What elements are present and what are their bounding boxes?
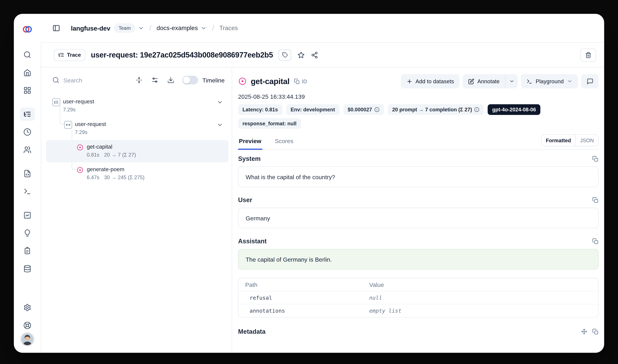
rail-tracing-icon[interactable] <box>20 107 35 121</box>
playground-button[interactable]: Playground <box>521 74 578 88</box>
rail-sessions-icon[interactable] <box>20 125 35 139</box>
rail-evaluators-icon[interactable] <box>20 244 35 258</box>
node-duration: 6.47s <box>87 173 99 182</box>
tree-row-generation-selected[interactable]: get-capital 0.81s 20 → 7 (Σ 27) <box>46 140 229 163</box>
node-label: generate-poem <box>87 166 144 173</box>
cost-badge: $0.000027 <box>343 104 384 115</box>
expand-icon[interactable] <box>581 329 587 335</box>
node-label: user-request <box>63 98 94 105</box>
tree-row-span[interactable]: user-request 7.29s <box>46 117 229 140</box>
tree-settings-icon[interactable] <box>151 77 158 84</box>
add-to-datasets-button[interactable]: Add to datasets <box>401 74 460 88</box>
timeline-toggle[interactable] <box>182 76 198 84</box>
share-icon[interactable] <box>311 51 318 59</box>
value-column-header: Value <box>369 281 384 288</box>
copy-icon[interactable] <box>592 329 599 335</box>
observation-tree-panel: Timeline user-request 7.29s <box>41 67 232 353</box>
assistant-message-box: The capital of Germany is Berlin. <box>238 249 599 270</box>
plus-icon <box>406 78 412 84</box>
tokens-badge: 20 prompt → 7 completion (Σ 27) <box>388 104 484 115</box>
generation-icon <box>238 77 247 86</box>
collapse-chevron-icon[interactable] <box>217 122 223 128</box>
sidebar-toggle-icon[interactable] <box>52 24 60 32</box>
format-toggle: Formatted JSON <box>541 134 599 146</box>
tag-icon <box>282 52 288 58</box>
copy-icon[interactable] <box>592 156 599 162</box>
trash-icon <box>585 52 592 58</box>
system-message-box: What is the capital of the country? <box>238 167 599 187</box>
rail-home-icon[interactable] <box>20 66 35 79</box>
tree-row-generation[interactable]: generate-poem 6.47s 30 → 245 (Σ 275) <box>46 163 229 185</box>
trace-tree: user-request 7.29s user-request 7.29s <box>41 93 232 353</box>
latency-badge: Latency: 0.81s <box>238 104 282 115</box>
breadcrumb-slash: / <box>212 24 214 32</box>
org-type-badge: Team <box>114 24 135 33</box>
trace-title-bar: Trace user-request: 19e27ac025d543b008e9… <box>41 42 604 67</box>
org-name[interactable]: langfuse-dev <box>71 25 110 32</box>
tab-scores[interactable]: Scores <box>274 137 294 150</box>
span-node-icon <box>64 121 72 129</box>
icon-rail <box>14 14 41 353</box>
org-chevron-down-icon[interactable] <box>138 25 144 31</box>
id-label: ID <box>302 78 307 84</box>
user-message-box: Germany <box>238 208 599 228</box>
tag-button[interactable] <box>279 49 291 61</box>
assistant-section-header: Assistant <box>238 238 599 245</box>
app-window: langfuse-dev Team / docs-examples / Trac… <box>14 14 604 353</box>
copy-icon[interactable] <box>592 197 599 203</box>
info-icon[interactable] <box>474 107 479 112</box>
langfuse-logo-icon[interactable] <box>22 24 33 36</box>
metadata-section-header: Metadata <box>238 328 599 335</box>
tree-row-trace[interactable]: user-request 7.29s <box>46 95 229 117</box>
annotate-split-button: Annotate <box>463 74 518 88</box>
trace-node-icon <box>52 98 60 106</box>
body-row: Timeline user-request 7.29s <box>41 67 604 353</box>
trace-title: user-request: 19e27ac025d543b008e9086977… <box>91 51 273 59</box>
model-badge[interactable]: gpt-4o-2024-08-06 <box>488 104 540 115</box>
user-avatar[interactable] <box>20 332 35 346</box>
observation-title: get-capital <box>251 77 289 86</box>
rail-datasets-icon[interactable] <box>20 262 35 275</box>
header-actions: Add to datasets Annotate <box>401 74 599 88</box>
collapse-all-icon[interactable] <box>135 77 142 84</box>
copy-id-icon[interactable] <box>294 78 300 84</box>
annotate-dropdown-button[interactable] <box>505 74 518 88</box>
rail-playground-icon[interactable] <box>20 185 35 198</box>
detail-tabs: Preview Scores Formatted JSON <box>238 134 599 150</box>
info-icon[interactable] <box>374 107 380 112</box>
node-tokens: 20 → 7 (Σ 27) <box>104 151 136 159</box>
rail-prompts-icon[interactable] <box>20 167 35 180</box>
delete-trace-button[interactable] <box>580 48 596 62</box>
breadcrumb-section[interactable]: Traces <box>219 25 238 32</box>
format-toggle-json[interactable]: JSON <box>576 135 598 146</box>
table-row: refusal null <box>239 291 598 304</box>
rail-support-icon[interactable] <box>20 319 35 332</box>
generation-node-icon <box>76 166 84 174</box>
rail-users-icon[interactable] <box>20 143 35 156</box>
project-chevron-down-icon[interactable] <box>201 25 207 31</box>
user-section-header: User <box>238 197 599 204</box>
breadcrumb-slash: / <box>149 24 152 32</box>
search-icon <box>52 77 60 84</box>
rail-dashboards-icon[interactable] <box>20 84 35 97</box>
bookmark-star-icon[interactable] <box>297 51 305 59</box>
tab-preview[interactable]: Preview <box>238 137 262 150</box>
rail-scores-icon[interactable] <box>20 208 35 222</box>
rail-evals-icon[interactable] <box>20 226 35 240</box>
chevron-down-icon <box>567 78 572 84</box>
section-title: System <box>238 156 261 163</box>
project-name[interactable]: docs-examples <box>156 25 198 32</box>
rail-search-icon[interactable] <box>20 48 35 62</box>
rail-settings-icon[interactable] <box>20 301 35 314</box>
copy-icon[interactable] <box>592 238 599 245</box>
node-duration: 7.29s <box>63 105 76 114</box>
content-column: langfuse-dev Team / docs-examples / Trac… <box>41 14 604 353</box>
annotate-button[interactable]: Annotate <box>463 74 505 88</box>
search-input[interactable] <box>64 77 107 83</box>
node-label: user-request <box>75 120 106 128</box>
comments-button[interactable] <box>581 74 599 88</box>
collapse-chevron-icon[interactable] <box>217 99 223 105</box>
download-icon[interactable] <box>167 77 174 84</box>
timeline-label: Timeline <box>202 77 225 83</box>
format-toggle-formatted[interactable]: Formatted <box>541 135 576 146</box>
